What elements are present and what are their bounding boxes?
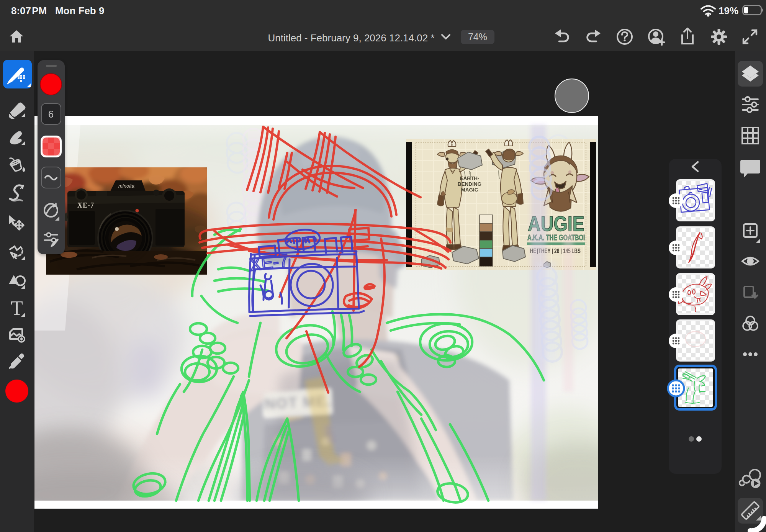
svg-text:T: T (11, 297, 23, 319)
svg-text:minolta: minolta (118, 183, 134, 189)
svg-text:MAGIC: MAGIC (461, 187, 478, 193)
svg-text:BENDING: BENDING (458, 181, 481, 187)
svg-text:EARTH-: EARTH- (460, 175, 480, 181)
svg-text:↑: ↑ (468, 169, 471, 175)
svg-text:6: 6 (48, 108, 54, 120)
svg-text:XE-7: XE-7 (77, 201, 94, 209)
